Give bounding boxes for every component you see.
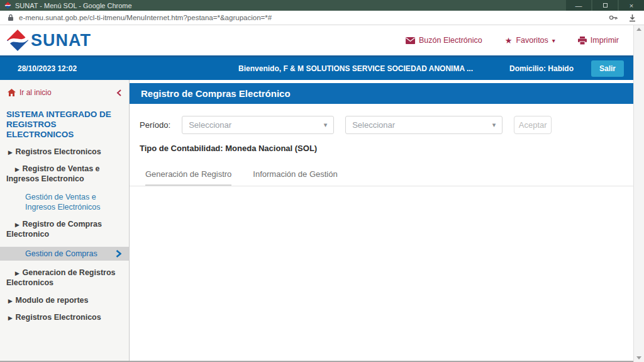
favoritos-menu[interactable]: ★ Favoritos ▾ (505, 36, 555, 45)
site-header: SUNAT Buzón Electrónico ★ Favoritos ▾ Im… (0, 25, 644, 55)
caret-down-icon: ▾ (492, 121, 496, 129)
sidebar: Ir al inicio SISTEMA INTEGRADO DE REGIST… (0, 80, 130, 361)
session-datetime: 28/10/2023 12:02 (18, 64, 77, 73)
sidebar-item-registro-compras[interactable]: ▶Registro de Compras Electronico (0, 212, 129, 239)
home-label: Ir al inicio (19, 88, 52, 97)
browser-titlebar: SUNAT - Menú SOL - Google Chrome — × (0, 0, 644, 11)
sidebar-item-label: Generacion de Registros Electronicos (6, 268, 116, 287)
sidebar-item-generacion-registros[interactable]: ▶Generacion de Registros Electronicos (0, 261, 129, 288)
url-bar[interactable]: e-menu.sunat.gob.pe/cl-ti-itmenu/MenuInt… (0, 11, 644, 25)
sunat-favicon-icon (4, 2, 11, 9)
imprimir-label: Imprimir (591, 36, 619, 45)
page-body: Ir al inicio SISTEMA INTEGRADO DE REGIST… (0, 80, 644, 362)
imprimir-link[interactable]: Imprimir (578, 36, 619, 45)
scroll-down-icon[interactable] (636, 356, 641, 359)
sidebar-link-gestion-ventas[interactable]: Gestión de Ventas e Ingresos Electrónico… (0, 184, 113, 213)
sidebar-item-label: Registro de Compras Electronico (6, 220, 102, 239)
restore-icon (603, 3, 608, 8)
main-content: Registro de Compras Electrónico Período:… (130, 80, 644, 361)
address-text[interactable]: e-menu.sunat.gob.pe/cl-ti-itmenu/MenuInt… (19, 14, 599, 21)
tab-bar: Generación de Registro Información de Ge… (145, 169, 644, 186)
triangle-bullet-icon: ▶ (15, 270, 19, 276)
caret-down-icon: ▾ (552, 37, 555, 44)
envelope-icon (406, 37, 415, 44)
period-filter-row: Período: Seleccionar ▾ Seleccionar ▾ Ace… (140, 116, 644, 134)
tab-divider (130, 186, 644, 186)
page-scrollbar[interactable] (633, 25, 644, 362)
sidebar-system-title: SISTEMA INTEGRADO DE REGISTROS ELECTRONI… (0, 97, 129, 140)
favoritos-label: Favoritos (516, 36, 548, 45)
buzon-electronico-link[interactable]: Buzón Electrónico (406, 36, 482, 45)
home-icon (8, 89, 16, 96)
restore-button[interactable] (592, 0, 618, 11)
window-controls: — × (565, 0, 644, 11)
tipo-contabilidad-text: Tipo de Contabilidad: Moneda Nacional (S… (140, 144, 644, 153)
triangle-bullet-icon: ▶ (15, 166, 19, 173)
session-right-group: Bienvenido, F & M SOLUTIONS SERVICE SOCI… (238, 60, 624, 77)
welcome-text: Bienvenido, F & M SOLUTIONS SERVICE SOCI… (238, 64, 473, 73)
periodo-year-select[interactable]: Seleccionar ▾ (182, 116, 334, 134)
select-placeholder: Seleccionar (352, 120, 395, 130)
select-placeholder: Seleccionar (189, 120, 231, 130)
tab-generacion-de-registro[interactable]: Generación de Registro (145, 169, 231, 186)
sunat-diamond-icon (6, 29, 29, 52)
sidebar-item-label: Registro de Ventas e Ingresos Electronic… (6, 164, 100, 183)
sunat-logo-text: SUNAT (31, 31, 91, 50)
triangle-bullet-icon: ▶ (15, 222, 19, 228)
sidebar-item-registros-electronicos[interactable]: ▶Registros Electronicos (0, 140, 129, 157)
page-title: Registro de Compras Electrónico (130, 83, 644, 104)
triangle-bullet-icon: ▶ (8, 149, 13, 156)
password-key-icon[interactable] (609, 14, 618, 21)
download-icon[interactable] (628, 14, 636, 22)
sidebar-link-label: Gestión de Ventas e Ingresos Electrónico… (25, 193, 101, 212)
triangle-bullet-icon: ▶ (8, 315, 13, 321)
scroll-up-icon[interactable] (636, 28, 641, 31)
domicilio-status: Domicilio: Habido (509, 64, 574, 73)
buzon-label: Buzón Electrónico (419, 36, 482, 45)
sidebar-home-link[interactable]: Ir al inicio (0, 80, 129, 97)
sidebar-item-registros-electronicos-2[interactable]: ▶Registros Electronicos (0, 305, 129, 323)
sidebar-link-label: Gestion de Compras (25, 249, 97, 258)
collapse-sidebar-icon[interactable] (116, 89, 121, 96)
caret-down-icon: ▾ (324, 121, 328, 129)
lock-icon[interactable] (8, 14, 14, 21)
sidebar-item-label: Registros Electronicos (16, 313, 101, 322)
session-info-bar: 28/10/2023 12:02 Bienvenido, F & M SOLUT… (0, 55, 644, 80)
aceptar-button[interactable]: Aceptar (514, 116, 552, 134)
star-icon: ★ (505, 36, 513, 45)
periodo-label: Período: (140, 120, 170, 130)
minimize-button[interactable]: — (566, 0, 591, 11)
sunat-logo[interactable]: SUNAT (6, 29, 91, 52)
triangle-bullet-icon: ▶ (8, 298, 13, 304)
sidebar-item-label: Registros Electronicos (16, 147, 101, 156)
sidebar-link-gestion-compras-selected[interactable]: Gestion de Compras (0, 247, 129, 261)
header-links: Buzón Electrónico ★ Favoritos ▾ Imprimir (406, 36, 619, 45)
sidebar-item-label: Modulo de reportes (16, 296, 89, 305)
tab-informacion-de-gestion[interactable]: Información de Gestión (253, 169, 337, 186)
window-title: SUNAT - Menú SOL - Google Chrome (15, 2, 565, 9)
sidebar-item-modulo-reportes[interactable]: ▶Modulo de reportes (0, 288, 129, 306)
printer-icon (578, 37, 587, 45)
chevron-right-icon (116, 250, 121, 257)
close-button[interactable]: × (619, 0, 644, 11)
sidebar-item-registro-ventas[interactable]: ▶Registro de Ventas e Ingresos Electroni… (0, 157, 129, 184)
periodo-month-select[interactable]: Seleccionar ▾ (345, 116, 502, 134)
salir-button[interactable]: Salir (591, 60, 624, 77)
